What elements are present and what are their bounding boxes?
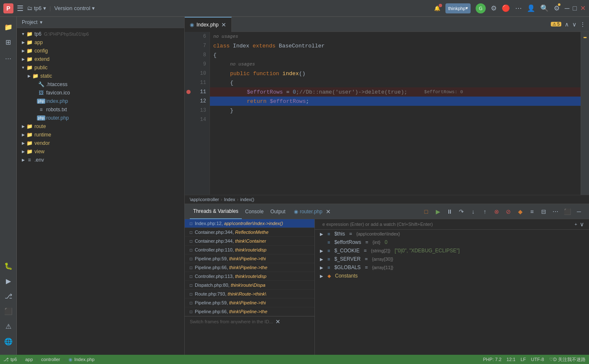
breadcrumb-part2: Index [224, 197, 235, 202]
status-line-ending[interactable]: LF [521, 357, 526, 362]
tree-item-tp6[interactable]: ▼ 📁 tp6 G:\PHP\PhpStu01\tp6 [17, 30, 184, 38]
tree-item-vendor[interactable]: ▶ 📁 vendor [17, 139, 184, 147]
minimize-button[interactable]: ─ [565, 5, 569, 12]
frame-item-1[interactable]: □ Container.php:344, ReflectionMethe [185, 228, 314, 237]
frame-item-4[interactable]: □ Pipeline.php:59, think\Pipeline->thi [185, 254, 314, 263]
var-item-server[interactable]: ▶ ≡ $_SERVER = {array[30]} [315, 255, 589, 263]
debug-list-button[interactable]: ≡ [527, 207, 537, 217]
tree-item-view[interactable]: ▶ 📁 view [17, 147, 184, 156]
debug-tab-output[interactable]: Output [267, 204, 289, 219]
tree-item-static[interactable]: ▶ 📁 static [17, 72, 184, 80]
debug-icon[interactable]: 🔴 [502, 4, 510, 12]
debug-rail-icon[interactable]: 🐛 [2, 259, 15, 272]
debug-stop-button[interactable]: ⊗ [492, 207, 502, 217]
status-line-col[interactable]: 12:1 [507, 357, 516, 362]
tree-arrow-robots [32, 107, 38, 113]
var-item-cookie[interactable]: ▶ ≡ $_COOKIE = {string[2]} ["0|0", "XDEB… [315, 246, 589, 255]
status-path2[interactable]: controller [41, 357, 60, 362]
search-icon[interactable]: 🔍 [540, 4, 549, 12]
var-item-globals[interactable]: ▶ ≡ $GLOBALS = {array[11]} [315, 263, 589, 272]
debug-more-button[interactable]: ⋯ [550, 207, 560, 217]
terminal-rail-icon[interactable]: ⬛ [2, 304, 15, 318]
tree-item-extend[interactable]: ▶ 📁 extend [17, 55, 184, 63]
notifications-icon[interactable]: ⚙ [554, 4, 560, 12]
thinkphp-badge[interactable]: thinkphp ▾ [445, 3, 471, 13]
maximize-button[interactable]: □ [573, 5, 577, 12]
tree-item-htaccess[interactable]: 🔧 .htaccess [17, 80, 184, 89]
debug-stop2-button[interactable]: ⊘ [503, 207, 513, 217]
git-rail-icon[interactable]: ⎇ [2, 289, 15, 303]
tree-label-view: view [34, 149, 45, 155]
tree-item-config[interactable]: ▶ 📁 config [17, 47, 184, 55]
frame-item-6[interactable]: □ Controller.php:113, think\route\disp [185, 272, 314, 281]
frame-item-10[interactable]: □ Pipeline.php:66, think\Pipeline->the [185, 307, 314, 316]
tree-item-app[interactable]: ▶ 📁 app [17, 38, 184, 47]
tree-item-router-php[interactable]: php router.php [17, 114, 184, 122]
more-icon[interactable]: ⋯ [515, 4, 522, 12]
tab-options-icon[interactable]: ⋮ [580, 21, 586, 28]
status-php-version[interactable]: PHP: 7.2 [483, 357, 502, 362]
tree-item-public[interactable]: ▼ 📁 public [17, 63, 184, 72]
switch-frames-close[interactable]: ✕ [275, 318, 280, 325]
debug-diamond-button[interactable]: ◆ [515, 207, 525, 217]
var-item-constants[interactable]: ▶ ◆ Constants [315, 272, 589, 280]
vcs-selector[interactable]: Version control ▾ [54, 5, 95, 11]
tree-item-robots[interactable]: ≡ robots.txt [17, 105, 184, 114]
status-path1[interactable]: app [25, 357, 33, 362]
tree-label-router-php: router.php [46, 115, 69, 121]
code-content[interactable]: no usages class Index extends BaseContro… [210, 32, 581, 195]
frame-item-8[interactable]: □ Route.php:793, think\Route->think\ [185, 290, 314, 299]
user-profile-icon[interactable]: G [476, 3, 486, 13]
debug-step-into-button[interactable]: ↓ [468, 207, 478, 217]
project-rail-icon[interactable]: 📁 [2, 20, 15, 34]
structure-rail-icon[interactable]: 🌐 [2, 335, 15, 348]
debug-minimize-button[interactable]: ─ [574, 207, 584, 217]
notification-icon[interactable]: 🔔 [434, 5, 440, 11]
debug-rerun-button[interactable]: □ [421, 207, 431, 217]
tab-index-php[interactable]: ◉ Index.php ✕ [185, 17, 232, 32]
debug-file-close[interactable]: ✕ [326, 208, 331, 215]
debug-step-out-button[interactable]: ↑ [480, 207, 490, 217]
problems-rail-icon[interactable]: ⚠ [2, 319, 15, 333]
code-editor[interactable]: 6 7 8 9 10 11 11 12 13 14 no usages clas… [185, 32, 589, 195]
hamburger-icon[interactable]: ☰ [17, 4, 24, 13]
settings-icon[interactable]: ⚙ [491, 4, 497, 12]
plugins-rail-icon[interactable]: ⊞ [2, 35, 15, 49]
tree-item-index-php[interactable]: php index.php [17, 97, 184, 105]
status-path3[interactable]: ◉ Index.php [68, 357, 94, 362]
debug-file-tab[interactable]: ◉ router.php ✕ [294, 208, 331, 215]
var-item-this[interactable]: ▶ ≡ $this = {app\controller\Index} [315, 230, 589, 238]
frame-item-3[interactable]: □ Controller.php:110, think\route\disp [185, 246, 314, 254]
frame-item-2[interactable]: □ Container.php:344, think\Container [185, 237, 314, 246]
frame-item-9[interactable]: □ Pipeline.php:59, think\Pipeline->thi [185, 299, 314, 307]
tree-item-env[interactable]: ▶ ≡ .env [17, 156, 184, 164]
tab-close-button[interactable]: ✕ [221, 21, 226, 28]
watch-chevron[interactable]: ∨ [580, 221, 584, 228]
debug-step-over-button[interactable]: ↷ [456, 207, 466, 217]
debug-tab-console[interactable]: Console [242, 204, 267, 219]
debug-expand-button[interactable]: ⬛ [562, 207, 572, 217]
watch-expression-input[interactable] [322, 222, 572, 227]
run-rail-icon[interactable]: ▶ [2, 274, 15, 288]
tree-arrow-vendor: ▶ [20, 140, 26, 146]
tree-item-route[interactable]: ▶ 📁 route [17, 122, 184, 131]
tree-item-favicon[interactable]: 🖼 favicon.ico [17, 89, 184, 97]
var-item-effortrows[interactable]: ≡ $effortRows = {int} 0 [315, 238, 589, 246]
project-selector[interactable]: 🗂 tp6 ▾ [27, 5, 46, 11]
debug-pause-button[interactable]: ⏸ [445, 207, 455, 217]
frame-item-7[interactable]: □ Dispatch.php:80, think\route\Dispa [185, 281, 314, 290]
debug-tab-threads[interactable]: Threads & Variables [190, 204, 242, 219]
expand-editor-icon[interactable]: ∧ [565, 21, 569, 28]
status-encoding[interactable]: UTF-8 [531, 357, 544, 362]
close-button[interactable]: ✕ [580, 4, 586, 12]
collapse-editor-icon[interactable]: ∨ [572, 21, 576, 28]
more-rail-icon[interactable]: … [2, 50, 15, 64]
watch-add-button[interactable]: + [575, 222, 577, 227]
status-project[interactable]: ⎇ tp6 [3, 357, 17, 362]
tree-item-runtime[interactable]: ▶ 📁 runtime [17, 131, 184, 139]
debug-list2-button[interactable]: ⊟ [539, 207, 549, 217]
frame-item-5[interactable]: □ Pipeline.php:66, think\Pipeline->the [185, 263, 314, 272]
frame-item-0[interactable]: □ Index.php:12, app\controller\Index->in… [185, 219, 314, 228]
debug-resume-button[interactable]: ▶ [433, 207, 443, 217]
user-icon[interactable]: 👤 [527, 4, 535, 12]
